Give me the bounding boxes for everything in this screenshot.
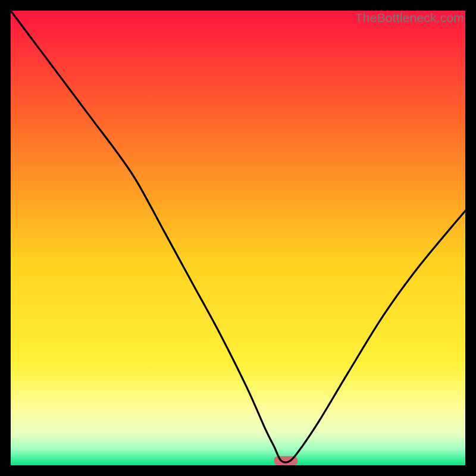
chart-canvas [11,11,465,465]
gradient-background [11,11,465,465]
chart-frame: TheBottleneck.com [11,11,465,465]
watermark-text: TheBottleneck.com [355,11,464,25]
